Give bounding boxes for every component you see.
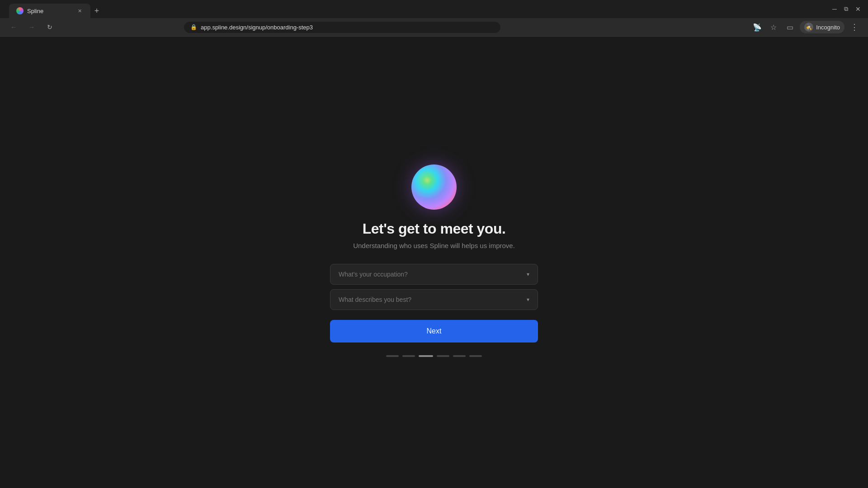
step-dot-5	[453, 355, 466, 357]
forward-button[interactable]: →	[25, 21, 38, 33]
sphere-container	[411, 164, 457, 210]
step-dot-3	[419, 355, 433, 357]
sidebar-button[interactable]: ▭	[783, 21, 796, 33]
title-bar: Spline ✕ + ─ ⧉ ✕	[0, 0, 868, 18]
browser-chrome: Spline ✕ + ─ ⧉ ✕ ← → ↻ 🔒 app.spline.desi…	[0, 0, 868, 37]
step-dot-1	[386, 355, 399, 357]
form-section: What's your occupation? ▾ What describes…	[330, 264, 538, 310]
onboarding-subheading: Understanding who uses Spline will helps…	[353, 242, 515, 249]
spline-logo-sphere	[411, 164, 457, 210]
restore-button[interactable]: ⧉	[844, 5, 848, 13]
describes-chevron-icon: ▾	[527, 296, 529, 303]
bookmark-button[interactable]: ☆	[767, 21, 780, 33]
tab-bar: Spline ✕ +	[5, 4, 107, 18]
nav-bar: ← → ↻ 🔒 app.spline.design/signup/onboard…	[0, 18, 868, 36]
next-button[interactable]: Next	[330, 320, 538, 343]
step-dot-2	[402, 355, 415, 357]
active-tab[interactable]: Spline ✕	[9, 4, 90, 18]
url-text: app.spline.design/signup/onboarding-step…	[201, 24, 313, 31]
step-dot-4	[437, 355, 449, 357]
reload-button[interactable]: ↻	[43, 21, 56, 33]
tab-title: Spline	[27, 8, 72, 14]
occupation-placeholder: What's your occupation?	[339, 271, 408, 278]
tab-favicon	[16, 7, 24, 14]
minimize-button[interactable]: ─	[832, 5, 837, 13]
incognito-icon: 🕵	[804, 23, 813, 32]
tab-close-button[interactable]: ✕	[76, 7, 83, 14]
occupation-dropdown[interactable]: What's your occupation? ▾	[330, 264, 538, 285]
step-dot-6	[469, 355, 482, 357]
cast-button[interactable]: 📡	[751, 21, 764, 33]
step-indicators	[386, 355, 482, 357]
nav-actions: 📡 ☆ ▭ 🕵 Incognito ⋮	[751, 21, 861, 33]
new-tab-button[interactable]: +	[90, 5, 103, 17]
onboarding-card: Let's get to meet you. Understanding who…	[330, 164, 538, 357]
incognito-label: Incognito	[816, 24, 840, 31]
main-content: Let's get to meet you. Understanding who…	[0, 37, 868, 485]
occupation-chevron-icon: ▾	[527, 271, 529, 277]
onboarding-heading: Let's get to meet you.	[363, 221, 506, 237]
close-button[interactable]: ✕	[855, 5, 861, 13]
browser-menu-button[interactable]: ⋮	[848, 21, 861, 33]
describes-placeholder: What describes you best?	[339, 296, 411, 303]
lock-icon: 🔒	[190, 24, 197, 30]
back-button[interactable]: ←	[7, 21, 20, 33]
address-bar[interactable]: 🔒 app.spline.design/signup/onboarding-st…	[184, 22, 500, 33]
incognito-button[interactable]: 🕵 Incognito	[800, 21, 844, 33]
describes-dropdown[interactable]: What describes you best? ▾	[330, 289, 538, 310]
